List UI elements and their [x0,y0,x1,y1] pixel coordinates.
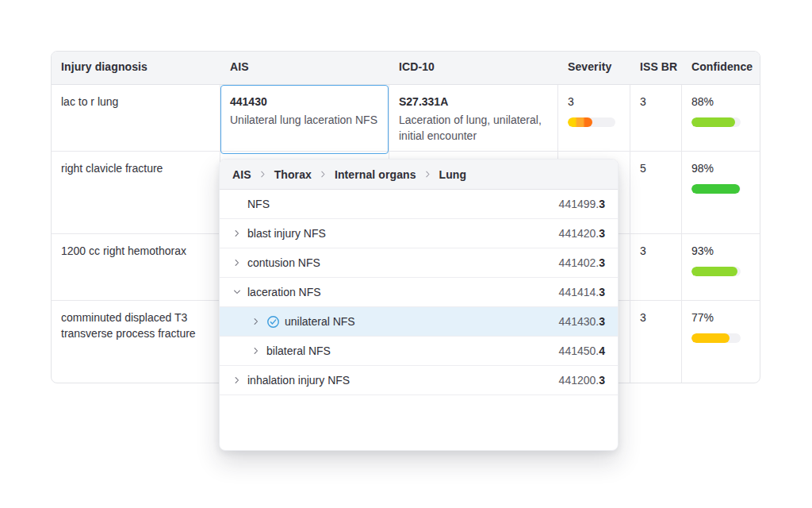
iss-br-cell: 5 [630,152,682,233]
ais-picker-popover: AIS Thorax Internal organs Lung NFS 4414… [219,159,619,451]
icd10-description: Laceration of lung, unilateral, initial … [399,113,548,144]
iss-br-cell: 3 [630,234,682,300]
tree-item-expanded[interactable]: laceration NFS 441414.3 [220,278,618,307]
tree-item-label: laceration NFS [247,286,321,298]
table-header-row: Injury diagnosis AIS ICD-10 Severity ISS… [52,52,760,85]
confidence-bar-fill [691,184,740,194]
chevron-right-icon [259,170,267,179]
tree-item[interactable]: NFS 441499.3 [220,190,618,219]
chevron-right-icon [319,170,327,179]
confidence-cell: 77% [682,301,760,383]
tree-item-code: 441420.3 [559,227,605,240]
confidence-bar-fill [691,333,730,343]
chevron-right-icon[interactable] [251,317,261,326]
diagnosis-text: lac to r lung [61,95,118,108]
col-header-injury-diagnosis: Injury diagnosis [52,52,220,84]
col-header-icd10: ICD-10 [389,52,558,84]
tree-item-code: 441450.4 [559,344,605,357]
tree-item-code: 441200.3 [559,374,605,387]
check-circle-icon [266,315,280,329]
confidence-cell: 93% [682,234,760,300]
chevron-right-icon[interactable] [232,229,242,238]
col-header-confidence: Confidence [682,52,760,84]
confidence-bar-track [691,333,741,343]
severity-value: 3 [568,94,620,110]
iss-br-cell: 3 [630,301,682,383]
icd10-cell[interactable]: S27.331A Laceration of lung, unilateral,… [389,85,558,154]
iss-br-value: 3 [640,311,646,324]
breadcrumb-item-internal-organs[interactable]: Internal organs [335,168,416,181]
confidence-value: 88% [691,94,750,110]
chevron-right-icon[interactable] [251,346,261,356]
confidence-cell: 88% [682,85,760,154]
tree-item-label: contusion NFS [247,256,320,269]
diagnosis-cell[interactable]: comminuted displaced T3 transverse proce… [52,301,220,383]
tree-item-code: 441430.3 [559,315,605,328]
diagnosis-text: comminuted displaced T3 transverse proce… [61,311,196,340]
tree-item-selected[interactable]: unilateral NFS 441430.3 [220,307,618,337]
tree-item-label: inhalation injury NFS [247,374,350,387]
chevron-down-icon[interactable] [232,287,242,297]
ais-cell-selected[interactable]: 441430 Unilateral lung laceration NFS [220,85,389,154]
ais-description: Unilateral lung laceration NFS [230,113,379,129]
tree-item[interactable]: inhalation injury NFS 441200.3 [220,366,618,395]
tree-item-code: 441499.3 [559,198,605,210]
diagnosis-text: 1200 cc right hemothorax [61,244,186,257]
tree-item-label: NFS [247,198,270,210]
confidence-bar-track [691,267,741,276]
iss-br-value: 3 [640,244,646,257]
severity-bar-track [568,117,615,127]
breadcrumb-item-lung[interactable]: Lung [439,168,467,181]
breadcrumb-item-thorax[interactable]: Thorax [274,168,312,181]
iss-br-value: 3 [640,95,646,108]
chevron-right-icon[interactable] [232,258,242,267]
confidence-value: 77% [691,310,750,326]
confidence-bar-track [691,184,741,194]
iss-br-value: 5 [640,162,646,175]
confidence-bar-fill [691,117,735,127]
tree-item-label: unilateral NFS [285,315,355,328]
tree-item-code: 441414.3 [559,286,605,298]
col-header-iss-br: ISS BR [630,52,682,84]
ais-code: 441430 [230,94,379,110]
tree-item-label: blast injury NFS [247,227,326,240]
tree-item[interactable]: bilateral NFS 441450.4 [220,337,618,366]
breadcrumb-item-ais[interactable]: AIS [232,168,251,181]
confidence-value: 93% [691,244,750,260]
breadcrumb: AIS Thorax Internal organs Lung [220,160,618,190]
icd10-code: S27.331A [399,94,548,110]
confidence-bar-track [691,117,741,127]
confidence-bar-fill [691,267,737,276]
diagnosis-cell[interactable]: right clavicle fracture [52,152,220,233]
chevron-right-icon[interactable] [232,375,242,385]
table-row: lac to r lung 441430 Unilateral lung lac… [52,85,760,152]
tree-item-label: bilateral NFS [266,344,331,357]
confidence-cell: 98% [682,152,760,233]
severity-bar-fill [568,117,592,127]
diagnosis-cell[interactable]: lac to r lung [52,85,220,154]
tree-item[interactable]: contusion NFS 441402.3 [220,248,618,278]
tree-item[interactable]: blast injury NFS 441420.3 [220,219,618,248]
diagnosis-cell[interactable]: 1200 cc right hemothorax [52,234,220,300]
severity-cell: 3 [558,85,630,154]
diagnosis-text: right clavicle fracture [61,162,163,175]
confidence-value: 98% [691,161,750,177]
col-header-severity: Severity [558,52,630,84]
iss-br-cell: 3 [630,85,682,154]
chevron-right-icon [423,170,432,179]
col-header-ais: AIS [220,52,389,84]
tree-item-code: 441402.3 [559,256,605,269]
